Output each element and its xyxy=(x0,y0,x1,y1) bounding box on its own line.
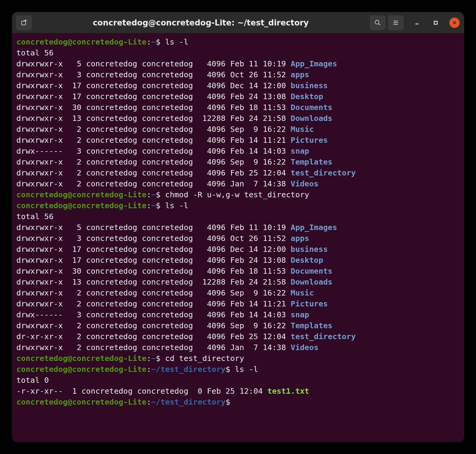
listing-row: drwxrwxr-x 2 concretedog concretedog 409… xyxy=(16,178,460,189)
window-title: concretedog@concretedog-Lite: ~/test_dir… xyxy=(35,18,366,27)
listing-row: drwxrwxr-x 2 concretedog concretedog 409… xyxy=(16,135,460,145)
listing-row: -r-xr-xr-- 1 concretedog concretedog 0 F… xyxy=(16,386,460,396)
listing-row: drwxrwxr-x 30 concretedog concretedog 40… xyxy=(16,265,460,276)
listing-row: drwxrwxr-x 3 concretedog concretedog 409… xyxy=(16,69,460,80)
listing-row: drwxrwxr-x 2 concretedog concretedog 409… xyxy=(16,320,460,331)
listing-row: drwxrwxr-x 2 concretedog concretedog 409… xyxy=(16,287,460,298)
total-line: total 0 xyxy=(16,375,460,386)
svg-point-3 xyxy=(375,20,379,24)
total-line: total 56 xyxy=(16,47,460,58)
search-button[interactable] xyxy=(370,15,385,30)
prompt-line: concretedog@concretedog-Lite:~$ ls -l xyxy=(16,36,460,47)
listing-row: drwxrwxr-x 17 concretedog concretedog 40… xyxy=(16,91,460,102)
listing-row: dr-xr-xr-x 2 concretedog concretedog 409… xyxy=(16,331,460,342)
prompt-line: concretedog@concretedog-Lite:~$ ls -l xyxy=(16,200,460,211)
listing-row: drwxrwxr-x 30 concretedog concretedog 40… xyxy=(16,102,460,113)
listing-row: drwxrwxr-x 5 concretedog concretedog 409… xyxy=(16,222,460,233)
svg-line-4 xyxy=(378,23,380,25)
prompt-line: concretedog@concretedog-Lite:~$ chmod -R… xyxy=(16,189,460,200)
listing-row: drwxrwxr-x 2 concretedog concretedog 409… xyxy=(16,342,460,353)
new-tab-button[interactable] xyxy=(16,15,31,30)
terminal-output[interactable]: concretedog@concretedog-Lite:~$ ls -ltot… xyxy=(12,33,464,442)
listing-row: drwxrwxr-x 13 concretedog concretedog 12… xyxy=(16,276,460,287)
listing-row: drwx------ 3 concretedog concretedog 409… xyxy=(16,145,460,156)
terminal-window: concretedog@concretedog-Lite: ~/test_dir… xyxy=(12,12,464,442)
maximize-button[interactable] xyxy=(431,18,441,28)
titlebar: concretedog@concretedog-Lite: ~/test_dir… xyxy=(12,12,464,33)
listing-row: drwxrwxr-x 17 concretedog concretedog 40… xyxy=(16,244,460,255)
listing-row: drwxrwxr-x 2 concretedog concretedog 409… xyxy=(16,156,460,167)
total-line: total 56 xyxy=(16,211,460,222)
listing-row: drwxrwxr-x 2 concretedog concretedog 409… xyxy=(16,167,460,178)
prompt-line[interactable]: concretedog@concretedog-Lite:~/test_dire… xyxy=(16,396,460,407)
minimize-button[interactable] xyxy=(412,18,422,28)
listing-row: drwxrwxr-x 13 concretedog concretedog 12… xyxy=(16,113,460,124)
menu-button[interactable] xyxy=(388,15,403,30)
listing-row: drwxrwxr-x 2 concretedog concretedog 409… xyxy=(16,124,460,135)
listing-row: drwxrwxr-x 17 concretedog concretedog 40… xyxy=(16,255,460,265)
listing-row: drwxrwxr-x 5 concretedog concretedog 409… xyxy=(16,58,460,69)
svg-rect-9 xyxy=(434,21,437,24)
listing-row: drwx------ 3 concretedog concretedog 409… xyxy=(16,309,460,320)
listing-row: drwxrwxr-x 17 concretedog concretedog 40… xyxy=(16,80,460,91)
prompt-line: concretedog@concretedog-Lite:~$ cd test_… xyxy=(16,353,460,364)
close-button[interactable] xyxy=(449,18,460,28)
svg-rect-0 xyxy=(22,21,26,25)
listing-row: drwxrwxr-x 2 concretedog concretedog 409… xyxy=(16,298,460,309)
listing-row: drwxrwxr-x 3 concretedog concretedog 409… xyxy=(16,233,460,244)
prompt-line: concretedog@concretedog-Lite:~/test_dire… xyxy=(16,364,460,375)
